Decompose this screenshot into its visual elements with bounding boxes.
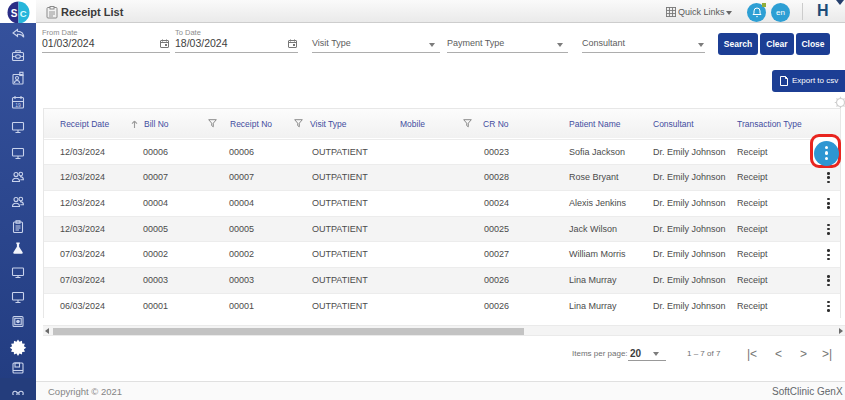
svg-text:S: S (11, 8, 18, 19)
svg-text:19: 19 (15, 102, 21, 108)
svg-text:C: C (20, 8, 27, 19)
